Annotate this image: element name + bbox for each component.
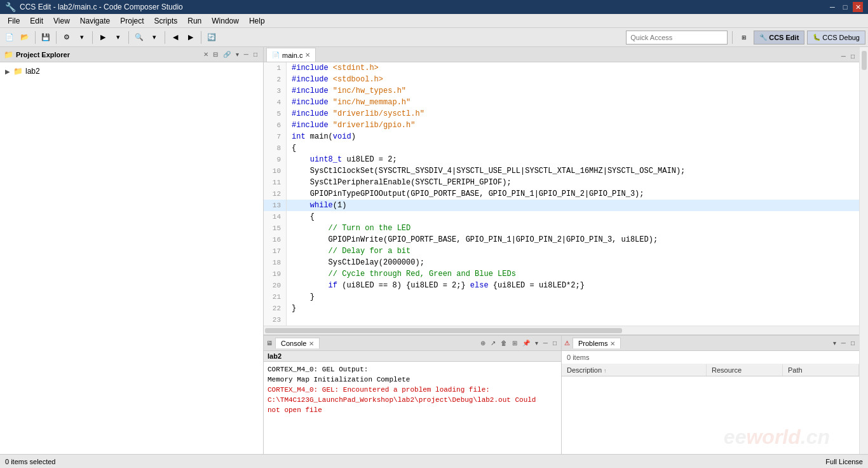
toolbar-refresh-btn[interactable]: 🔄 (205, 31, 219, 45)
problems-tab-close[interactable]: ✕ (610, 340, 615, 347)
menu-file[interactable]: File (3, 15, 25, 27)
title-bar: 🔧 CCS Edit - lab2/main.c - Code Composer… (0, 0, 868, 14)
editor-maximize-btn[interactable]: □ (849, 52, 857, 60)
problems-table-header: Description ↑ Resource Path (562, 364, 859, 376)
status-right: Full License (825, 458, 863, 465)
toolbar-sep-1 (35, 31, 36, 44)
console-viewmenu-btn[interactable]: ▾ (533, 339, 540, 347)
toolbar-next-btn[interactable]: ▶ (184, 31, 198, 45)
maximize-panel-btn[interactable]: □ (252, 50, 259, 59)
toolbar-open-btn[interactable]: 📂 (18, 31, 32, 45)
code-line-2: 2 #include <stdbool.h> (264, 74, 859, 85)
perspective-ccs-edit[interactable]: 🔧 CCS Edit (754, 31, 804, 45)
console-content[interactable]: CORTEX_M4_0: GEL Output: Memory Map Init… (264, 362, 561, 454)
problems-tab[interactable]: Problems ✕ (573, 338, 621, 348)
code-line-22: 22 } (264, 303, 859, 314)
status-left: 0 items selected (5, 458, 55, 465)
menu-scripts[interactable]: Scripts (149, 15, 183, 27)
link-editor-btn[interactable]: 🔗 (221, 50, 233, 59)
toolbar-search-dropdown[interactable]: ▾ (147, 31, 161, 45)
console-clear-btn[interactable]: 🗑 (499, 339, 509, 347)
console-tab-close[interactable]: ✕ (309, 340, 314, 347)
tree-arrow-lab2: ▶ (5, 68, 10, 75)
menu-project[interactable]: Project (115, 15, 149, 27)
problems-col-description[interactable]: Description ↑ (562, 364, 707, 376)
editor-right-controls: ─ □ (839, 52, 857, 62)
project-folder-icon: 📁 (13, 66, 23, 76)
menu-window[interactable]: Window (207, 15, 244, 27)
code-line-3: 3 #include "inc/hw_types.h" (264, 85, 859, 97)
bottom-panels: 🖥 Console ✕ ⊕ ↗ 🗑 ⊞ 📌 ▾ ─ (264, 335, 859, 454)
toolbar-debug-dropdown[interactable]: ▾ (111, 31, 125, 45)
tree-item-lab2-label: lab2 (25, 67, 40, 76)
problems-viewmenu-btn[interactable]: ▾ (831, 339, 838, 347)
project-explorer-title: Project Explorer (16, 51, 201, 59)
console-line-3: CORTEX_M4_0: GEL: Encountered a problem … (268, 385, 557, 395)
code-line-4: 4 #include "inc/hw_memmap.h" (264, 97, 859, 108)
console-project-label: lab2 (264, 351, 561, 362)
editor-tab-main-c[interactable]: 📄 main.c ✕ (266, 48, 316, 62)
console-new-btn[interactable]: ⊕ (478, 339, 487, 347)
code-line-10: 10 SysCtlClockSet(SYSCTRL_SYSDIV_4|SYSCT… (264, 165, 859, 177)
tree-item-lab2[interactable]: ▶ 📁 lab2 (3, 65, 261, 78)
perspective-ccs-debug[interactable]: 🐛 CCS Debug (807, 31, 865, 45)
editor-tab-label: main.c (282, 52, 302, 59)
editor-vscroll[interactable] (859, 47, 868, 454)
code-line-8: 8 { (264, 142, 859, 154)
menu-bar: File Edit View Navigate Project Scripts … (0, 14, 868, 28)
code-line-19: 19 // Cycle through Red, Green and Blue … (264, 268, 859, 280)
project-explorer-header: 📁 Project Explorer ✕ ⊟ 🔗 ▾ ─ □ (0, 47, 263, 62)
editor-hscroll[interactable] (264, 326, 859, 334)
minimize-button[interactable]: ─ (827, 2, 837, 12)
console-export-btn[interactable]: ↗ (489, 339, 498, 347)
project-explorer: 📁 Project Explorer ✕ ⊟ 🔗 ▾ ─ □ ▶ 📁 lab2 (0, 47, 264, 454)
problems-panel: ⚠ Problems ✕ ▾ ─ □ 0 items (562, 336, 859, 454)
project-explorer-close: ✕ (203, 51, 208, 58)
minimize-panel-btn[interactable]: ─ (242, 50, 250, 59)
quick-access-input[interactable] (626, 31, 728, 45)
toolbar-save-btn[interactable]: 💾 (39, 31, 53, 45)
project-explorer-icon: 📁 (4, 50, 13, 59)
toolbar-sep-5 (165, 31, 165, 44)
editor-panel: 📄 main.c ✕ ─ □ 1 #include <stdint.h> (264, 47, 859, 454)
menu-run[interactable]: Run (182, 15, 207, 27)
menu-edit[interactable]: Edit (25, 15, 48, 27)
console-minimize-btn[interactable]: ─ (541, 339, 550, 347)
code-line-15: 15 // Turn on the LED (264, 223, 859, 234)
close-button[interactable]: ✕ (853, 2, 863, 12)
main-layout: 📁 Project Explorer ✕ ⊟ 🔗 ▾ ─ □ ▶ 📁 lab2 (0, 47, 868, 454)
view-menu-btn[interactable]: ▾ (234, 50, 241, 59)
console-line-4: C:\TM4C123G_LaunchPad_Workshop\lab2\proj… (268, 395, 557, 405)
menu-view[interactable]: View (48, 15, 75, 27)
toolbar-prev-btn[interactable]: ◀ (168, 31, 182, 45)
toolbar-build-dropdown[interactable]: ▾ (75, 31, 89, 45)
console-tab[interactable]: Console ✕ (275, 338, 320, 348)
editor-minimize-btn[interactable]: ─ (839, 52, 848, 60)
toolbar-new-btn[interactable]: 📄 (3, 31, 17, 45)
toolbar-build-btn[interactable]: ⚙ (60, 31, 74, 45)
code-content[interactable]: 1 #include <stdint.h> 2 #include <stdboo… (264, 62, 859, 326)
menu-help[interactable]: Help (244, 15, 270, 27)
problems-maximize-btn[interactable]: □ (849, 339, 857, 347)
problems-col-resource[interactable]: Resource (707, 364, 783, 376)
collapse-all-btn[interactable]: ⊟ (211, 50, 220, 59)
menu-navigate[interactable]: Navigate (75, 15, 115, 27)
code-line-5: 5 #include "driverlib/sysctl.h" (264, 108, 859, 120)
editor-tab-close[interactable]: ✕ (305, 52, 310, 59)
console-scroll-btn[interactable]: ⊞ (510, 339, 519, 347)
problems-col-path[interactable]: Path (783, 364, 859, 376)
code-line-23: 23 (264, 314, 859, 326)
console-pin-btn[interactable]: 📌 (520, 339, 532, 347)
maximize-button[interactable]: □ (840, 2, 850, 12)
app-icon: 🔧 (5, 2, 16, 12)
toolbar-debug-btn[interactable]: ▶ (96, 31, 110, 45)
code-line-1: 1 #include <stdint.h> (264, 62, 859, 74)
toolbar-sep-2 (56, 31, 57, 44)
console-line-1: CORTEX_M4_0: GEL Output: (268, 364, 557, 375)
toolbar-search-btn[interactable]: 🔍 (132, 31, 146, 45)
console-line-2: Memory Map Initialization Complete (268, 375, 557, 385)
toolbar-layout-btn[interactable]: ⊞ (737, 31, 751, 45)
console-maximize-btn[interactable]: □ (551, 339, 559, 347)
toolbar: 📄 📂 💾 ⚙ ▾ ▶ ▾ 🔍 ▾ ◀ ▶ 🔄 ⊞ 🔧 CCS Edit 🐛 C… (0, 28, 868, 47)
problems-minimize-btn[interactable]: ─ (839, 339, 848, 347)
